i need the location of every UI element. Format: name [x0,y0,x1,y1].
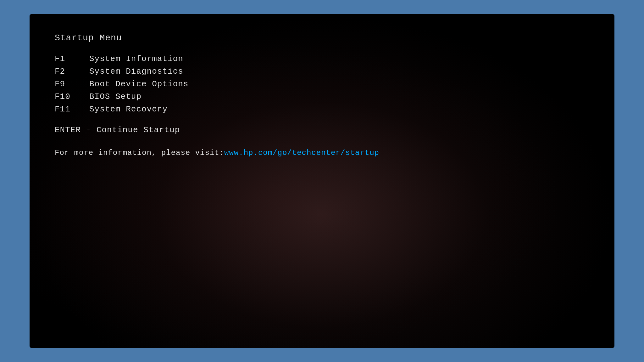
info-line: For more information, please visit: www.… [55,149,589,157]
menu-item-label: Boot Device Options [89,79,188,89]
key-label: F10 [55,92,89,101]
menu-item[interactable]: F11System Recovery [55,105,589,114]
menu-item-label: BIOS Setup [89,92,142,101]
monitor: Startup Menu F1System InformationF2Syste… [30,14,614,348]
info-link-text: www.hp.com/go/techcenter/startup [224,149,379,157]
screen-content: Startup Menu F1System InformationF2Syste… [55,33,589,157]
key-label: F1 [55,54,89,64]
menu-table: F1System InformationF2System Diagnostics… [55,54,589,114]
menu-item[interactable]: F10BIOS Setup [55,92,589,101]
menu-item-label: System Recovery [89,105,168,114]
menu-item-label: System Information [89,54,183,64]
startup-menu-title: Startup Menu [55,33,589,43]
menu-item[interactable]: F9Boot Device Options [55,79,589,89]
key-label: F11 [55,105,89,114]
menu-item[interactable]: F1System Information [55,54,589,64]
info-prefix-text: For more information, please visit: [55,149,224,157]
enter-continue-line: ENTER - Continue Startup [55,125,589,135]
key-label: F2 [55,67,89,76]
screen: Startup Menu F1System InformationF2Syste… [30,14,614,348]
menu-item-label: System Diagnostics [89,67,183,76]
menu-item[interactable]: F2System Diagnostics [55,67,589,76]
key-label: F9 [55,79,89,89]
